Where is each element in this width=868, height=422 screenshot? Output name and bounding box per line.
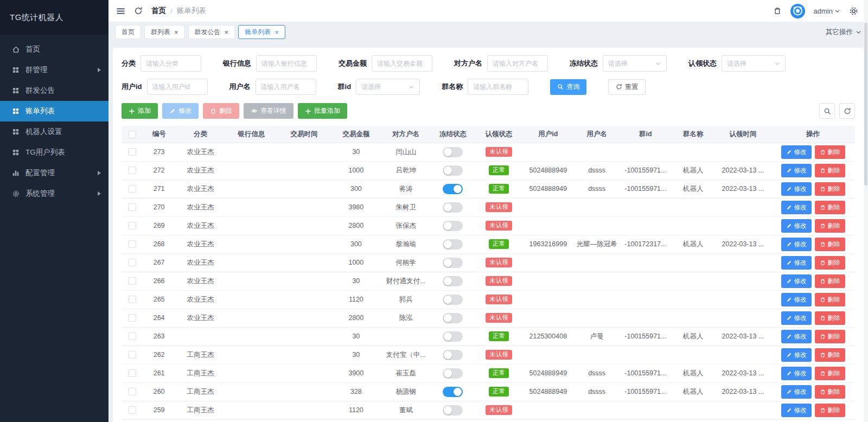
sidebar-item-2[interactable]: 群管理 bbox=[0, 60, 108, 80]
trash-icon[interactable] bbox=[773, 7, 782, 15]
row-delete-button[interactable]: 删除 bbox=[815, 201, 845, 214]
row-delete-button[interactable]: 删除 bbox=[815, 164, 845, 177]
hamburger-icon[interactable] bbox=[116, 7, 125, 16]
row-edit-button[interactable]: 修改 bbox=[781, 330, 812, 343]
frozen-toggle[interactable] bbox=[443, 295, 463, 305]
table-search-button[interactable] bbox=[819, 103, 835, 119]
row-delete-button[interactable]: 删除 bbox=[815, 385, 845, 399]
row-edit-button[interactable]: 修改 bbox=[781, 404, 812, 417]
vertical-scrollbar[interactable] bbox=[864, 0, 868, 422]
frozen-toggle[interactable] bbox=[443, 184, 463, 194]
row-edit-button[interactable]: 修改 bbox=[781, 182, 812, 196]
other-actions-dropdown[interactable]: 其它操作 bbox=[826, 28, 861, 37]
breadcrumb-home[interactable]: 首页 bbox=[151, 6, 166, 16]
close-icon[interactable]: × bbox=[174, 29, 178, 36]
scrollbar-thumb[interactable] bbox=[864, 23, 867, 186]
frozen-toggle[interactable] bbox=[443, 258, 463, 268]
row-edit-button[interactable]: 修改 bbox=[781, 164, 812, 177]
row-delete-button[interactable]: 删除 bbox=[815, 274, 845, 288]
user-menu[interactable]: admin bbox=[814, 7, 840, 15]
row-checkbox[interactable] bbox=[129, 167, 136, 174]
close-icon[interactable]: × bbox=[225, 29, 229, 36]
sidebar-item-1[interactable]: 首页 bbox=[0, 39, 108, 60]
tab-3[interactable]: 群发公告× bbox=[188, 25, 235, 39]
row-checkbox[interactable] bbox=[129, 296, 136, 303]
frozen-toggle[interactable] bbox=[443, 221, 463, 231]
batch-add-button[interactable]: 批量添加 bbox=[298, 103, 347, 119]
filter-input[interactable] bbox=[256, 55, 317, 72]
sidebar-item-5[interactable]: 机器人设置 bbox=[0, 122, 108, 142]
row-edit-button[interactable]: 修改 bbox=[781, 201, 812, 214]
filter-input[interactable] bbox=[141, 55, 201, 72]
close-icon[interactable]: × bbox=[275, 29, 279, 36]
row-delete-button[interactable]: 删除 bbox=[815, 404, 845, 417]
row-checkbox[interactable] bbox=[129, 351, 136, 359]
sidebar-item-3[interactable]: 群发公告 bbox=[0, 80, 108, 101]
frozen-toggle[interactable] bbox=[443, 276, 463, 286]
row-delete-button[interactable]: 删除 bbox=[815, 238, 845, 251]
row-delete-button[interactable]: 删除 bbox=[815, 311, 845, 325]
row-checkbox[interactable] bbox=[129, 203, 136, 211]
row-edit-button[interactable]: 修改 bbox=[781, 145, 812, 159]
tab-2[interactable]: 群列表× bbox=[144, 25, 185, 39]
filter-select[interactable]: 请选择 bbox=[356, 79, 420, 95]
row-edit-button[interactable]: 修改 bbox=[781, 274, 812, 288]
sidebar-item-8[interactable]: 系统管理 bbox=[0, 183, 108, 204]
row-delete-button[interactable]: 删除 bbox=[815, 293, 845, 306]
frozen-toggle[interactable] bbox=[443, 147, 463, 157]
filter-select[interactable]: 请选择 bbox=[603, 55, 667, 72]
filter-select[interactable]: 请选择 bbox=[722, 55, 786, 72]
frozen-toggle[interactable] bbox=[443, 350, 463, 360]
row-checkbox[interactable] bbox=[129, 222, 136, 229]
view-detail-button[interactable]: 查看详情 bbox=[244, 103, 293, 119]
row-checkbox[interactable] bbox=[129, 277, 136, 285]
filter-input[interactable] bbox=[468, 79, 528, 95]
frozen-toggle[interactable] bbox=[443, 387, 463, 397]
row-edit-button[interactable]: 修改 bbox=[781, 311, 812, 325]
row-checkbox[interactable] bbox=[129, 148, 136, 156]
row-checkbox[interactable] bbox=[129, 314, 136, 322]
row-checkbox[interactable] bbox=[129, 333, 136, 340]
sidebar-item-7[interactable]: 配置管理 bbox=[0, 163, 108, 183]
filter-input[interactable] bbox=[372, 55, 432, 72]
row-checkbox[interactable] bbox=[129, 406, 136, 414]
frozen-toggle[interactable] bbox=[443, 239, 463, 250]
frozen-toggle[interactable] bbox=[443, 331, 463, 342]
tab-1[interactable]: 首页 bbox=[115, 25, 141, 39]
sidebar-item-6[interactable]: TG用户列表 bbox=[0, 142, 108, 163]
row-checkbox[interactable] bbox=[129, 259, 136, 266]
row-edit-button[interactable]: 修改 bbox=[781, 293, 812, 306]
row-delete-button[interactable]: 删除 bbox=[815, 367, 845, 380]
row-edit-button[interactable]: 修改 bbox=[781, 219, 812, 233]
add-button[interactable]: 添加 bbox=[122, 103, 158, 119]
frozen-toggle[interactable] bbox=[443, 368, 463, 379]
tab-4[interactable]: 账单列表× bbox=[238, 25, 285, 39]
row-delete-button[interactable]: 删除 bbox=[815, 348, 845, 362]
row-edit-button[interactable]: 修改 bbox=[781, 256, 812, 270]
table-refresh-button[interactable] bbox=[839, 103, 855, 119]
row-edit-button[interactable]: 修改 bbox=[781, 385, 812, 399]
frozen-toggle[interactable] bbox=[443, 405, 463, 415]
row-delete-button[interactable]: 删除 bbox=[815, 145, 845, 159]
delete-button[interactable]: 删除 bbox=[203, 103, 239, 119]
row-edit-button[interactable]: 修改 bbox=[781, 348, 812, 362]
frozen-toggle[interactable] bbox=[443, 202, 463, 213]
row-checkbox[interactable] bbox=[129, 369, 136, 377]
row-delete-button[interactable]: 删除 bbox=[815, 330, 845, 343]
gear-icon[interactable] bbox=[849, 7, 858, 16]
filter-input[interactable] bbox=[256, 79, 316, 95]
filter-input[interactable] bbox=[147, 79, 208, 95]
sidebar-item-4[interactable]: 账单列表 bbox=[0, 101, 108, 122]
reset-button[interactable]: 重置 bbox=[608, 79, 646, 95]
row-delete-button[interactable]: 删除 bbox=[815, 256, 845, 270]
filter-input[interactable] bbox=[487, 55, 548, 72]
avatar[interactable] bbox=[790, 4, 805, 18]
edit-button[interactable]: 修改 bbox=[162, 103, 199, 119]
row-checkbox[interactable] bbox=[129, 240, 136, 248]
query-button[interactable]: 查询 bbox=[550, 79, 586, 95]
row-delete-button[interactable]: 删除 bbox=[815, 182, 845, 196]
frozen-toggle[interactable] bbox=[443, 165, 463, 176]
row-edit-button[interactable]: 修改 bbox=[781, 367, 812, 380]
row-checkbox[interactable] bbox=[129, 388, 136, 395]
row-edit-button[interactable]: 修改 bbox=[781, 238, 812, 251]
